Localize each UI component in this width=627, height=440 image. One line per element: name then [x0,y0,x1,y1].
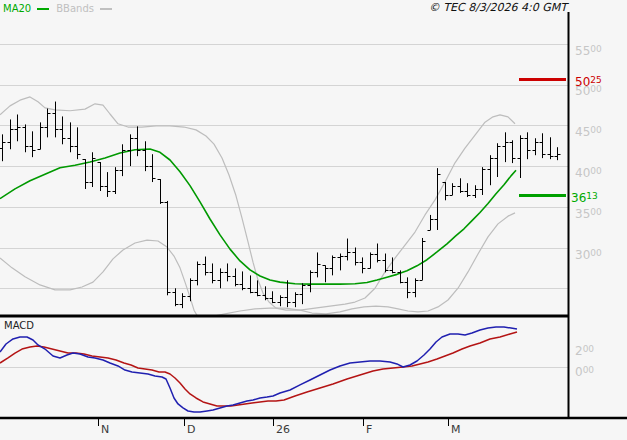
gridlines [0,45,568,368]
chart-frame [0,12,627,426]
chart-legend: MA20 BBands [3,3,114,15]
ma20-line [0,149,516,284]
bbands-line-swatch [100,8,112,10]
price-axis-label: 3000 [575,247,602,261]
price-axis-label: 4500 [575,124,602,138]
price-axis-label: 200 [575,343,594,357]
x-axis-month-label: M [451,424,461,435]
price-axis-label: 3500 [575,206,602,220]
ma20-polyline [0,149,516,284]
x-axis-month-label: N [101,424,109,435]
price-level-label: 3613 [571,190,598,204]
x-axis-month-label: D [187,424,195,435]
stock-chart: MA20 BBands © TEC 8/3/2026 4:0 GMT MACD … [0,0,627,440]
price-axis-label: 4000 [575,165,602,179]
price-axis-label: 000 [575,364,594,378]
legend-ma20-label: MA20 [3,3,31,15]
legend-bbands-label: BBands [56,3,94,15]
price-axis-label: 5500 [575,43,602,57]
macd-panel-label: MACD [4,320,34,331]
x-axis-month-label: F [366,424,372,435]
macd-signal-line [0,332,517,406]
chart-title: © TEC 8/3/2026 4:0 GMT [429,1,567,14]
macd-lines [0,327,517,412]
x-axis-month-label: 26 [276,424,290,435]
chart-canvas [0,0,627,440]
ma20-line-swatch [37,8,49,10]
price-level-label: 5025 [575,74,602,88]
macd-main-line [0,327,517,412]
